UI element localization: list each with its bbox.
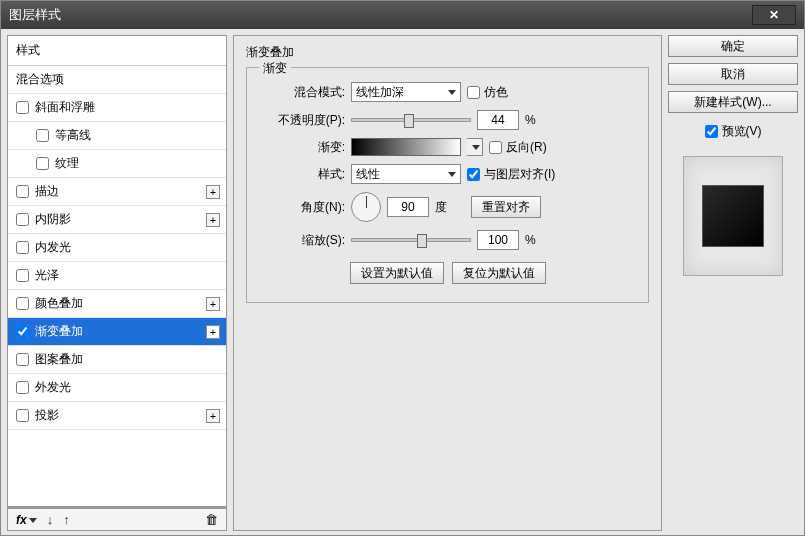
style-item[interactable]: 颜色叠加+ [8,290,226,318]
style-item-label: 内阴影 [35,211,71,228]
style-checkbox[interactable] [16,101,29,114]
styles-header[interactable]: 样式 [8,36,226,66]
preview-checkbox[interactable]: 预览(V) [668,123,798,140]
style-checkbox[interactable] [16,241,29,254]
style-item[interactable]: 投影+ [8,402,226,430]
angle-dial[interactable] [351,192,381,222]
opacity-input[interactable] [477,110,519,130]
style-checkbox[interactable] [16,381,29,394]
style-checkbox[interactable] [16,325,29,338]
dither-label: 仿色 [484,84,508,101]
style-item-label: 描边 [35,183,59,200]
blending-options-label: 混合选项 [16,71,64,88]
style-checkbox[interactable] [36,157,49,170]
align-checkbox[interactable]: 与图层对齐(I) [467,166,555,183]
trash-icon[interactable]: 🗑 [205,512,218,527]
style-item-label: 渐变叠加 [35,323,83,340]
gradient-fieldset: 渐变 混合模式: 线性加深 仿色 不透明度(P): [246,67,649,303]
dither-input[interactable] [467,86,480,99]
style-item-label: 颜色叠加 [35,295,83,312]
ok-button[interactable]: 确定 [668,35,798,57]
style-checkbox[interactable] [36,129,49,142]
opacity-slider-thumb[interactable] [404,114,414,128]
blend-mode-label: 混合模式: [257,84,345,101]
style-item-label: 纹理 [55,155,79,172]
add-effect-icon[interactable]: + [206,297,220,311]
scale-slider-thumb[interactable] [417,234,427,248]
style-select[interactable]: 线性 [351,164,461,184]
fx-menu[interactable]: fx [16,513,37,527]
style-item-label: 图案叠加 [35,351,83,368]
opacity-slider[interactable] [351,118,471,122]
fieldset-legend: 渐变 [259,60,291,77]
angle-label: 角度(N): [257,199,345,216]
gradient-picker[interactable] [351,138,461,156]
angle-unit: 度 [435,199,447,216]
align-label: 与图层对齐(I) [484,166,555,183]
add-effect-icon[interactable]: + [206,213,220,227]
reverse-input[interactable] [489,141,502,154]
opacity-unit: % [525,113,536,127]
style-checkbox[interactable] [16,353,29,366]
chevron-down-icon [472,145,480,150]
make-default-button[interactable]: 设置为默认值 [350,262,444,284]
angle-input[interactable] [387,197,429,217]
style-item[interactable]: 渐变叠加+ [8,318,226,346]
styles-toolbar: fx ↓ ↑ 🗑 [7,507,227,531]
add-effect-icon[interactable]: + [206,409,220,423]
new-style-button[interactable]: 新建样式(W)... [668,91,798,113]
style-item-label: 内发光 [35,239,71,256]
style-label: 样式: [257,166,345,183]
add-effect-icon[interactable]: + [206,325,220,339]
reverse-checkbox[interactable]: 反向(R) [489,139,547,156]
style-item-label: 光泽 [35,267,59,284]
section-title: 渐变叠加 [246,44,649,61]
gradient-dropdown[interactable] [467,138,483,156]
style-item-label: 外发光 [35,379,71,396]
align-input[interactable] [467,168,480,181]
style-item-label: 投影 [35,407,59,424]
cancel-button[interactable]: 取消 [668,63,798,85]
move-up-icon[interactable]: ↑ [63,512,70,527]
style-checkbox[interactable] [16,185,29,198]
scale-label: 缩放(S): [257,232,345,249]
dialog-buttons: 确定 取消 新建样式(W)... 预览(V) [668,35,798,531]
preview-box [683,156,783,276]
style-item[interactable]: 光泽 [8,262,226,290]
fx-dropdown-icon [29,518,37,523]
style-checkbox[interactable] [16,297,29,310]
move-down-icon[interactable]: ↓ [47,512,54,527]
chevron-down-icon [448,172,456,177]
style-item[interactable]: 内阴影+ [8,206,226,234]
preview-input[interactable] [705,125,718,138]
style-item-label: 等高线 [55,127,91,144]
style-checkbox[interactable] [16,213,29,226]
preview-label: 预览(V) [722,123,762,140]
style-item[interactable]: 外发光 [8,374,226,402]
scale-slider[interactable] [351,238,471,242]
gradient-label: 渐变: [257,139,345,156]
blending-options-item[interactable]: 混合选项 [8,66,226,94]
scale-input[interactable] [477,230,519,250]
style-item[interactable]: 等高线 [8,122,226,150]
style-item[interactable]: 纹理 [8,150,226,178]
reset-default-button[interactable]: 复位为默认值 [452,262,546,284]
style-item[interactable]: 内发光 [8,234,226,262]
style-checkbox[interactable] [16,269,29,282]
close-icon: ✕ [769,8,779,22]
style-item[interactable]: 图案叠加 [8,346,226,374]
settings-panel: 渐变叠加 渐变 混合模式: 线性加深 仿色 不透明度(P): [233,35,662,531]
reverse-label: 反向(R) [506,139,547,156]
reset-align-button[interactable]: 重置对齐 [471,196,541,218]
blend-mode-select[interactable]: 线性加深 [351,82,461,102]
add-effect-icon[interactable]: + [206,185,220,199]
style-checkbox[interactable] [16,409,29,422]
chevron-down-icon [448,90,456,95]
style-value: 线性 [356,166,380,183]
scale-unit: % [525,233,536,247]
style-item[interactable]: 斜面和浮雕 [8,94,226,122]
style-item[interactable]: 描边+ [8,178,226,206]
close-button[interactable]: ✕ [752,5,796,25]
style-item-label: 斜面和浮雕 [35,99,95,116]
dither-checkbox[interactable]: 仿色 [467,84,508,101]
